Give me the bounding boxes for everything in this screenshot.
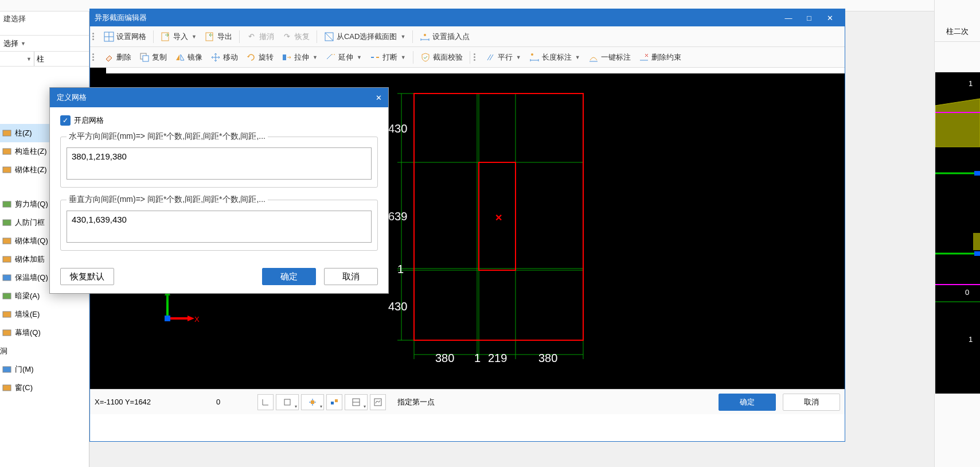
snap-dyn-button[interactable] (345, 394, 368, 410)
tree-item-label: 幕墙(Q) (15, 328, 41, 338)
dialog-cancel-button[interactable]: 取消 (324, 268, 378, 285)
tree-item[interactable]: 幕墙(Q) (0, 324, 89, 342)
svg-line-19 (325, 33, 333, 41)
tree-item-label: 保温墙(Q) (15, 273, 48, 283)
snap-tools (257, 394, 386, 410)
svg-rect-72 (331, 402, 334, 404)
component-icon (2, 365, 11, 374)
editor-toolbar-2: 删除 复制 镜像 移动 旋转 拉伸▼ 延伸▼ 打断▼ 截面校验 平行▼ 长度标注… (90, 47, 845, 68)
svg-rect-4 (3, 220, 11, 225)
chevron-down-icon: ▼ (313, 55, 318, 60)
chevron-down-icon: ▼ (400, 34, 405, 40)
horizontal-spacing-legend: 水平方向间距(mm)=> 间距*个数,间距,间距*个数,间距,... (67, 131, 268, 142)
cancel-button[interactable]: 取消 (783, 394, 840, 411)
mirror-icon (175, 52, 185, 63)
filter-left-dropdown[interactable]: ▼ (0, 52, 34, 66)
maximize-button[interactable]: □ (799, 9, 819, 26)
undo-icon: ↶ (247, 32, 257, 42)
export-button[interactable]: 导出 (201, 29, 236, 44)
svg-rect-26 (283, 55, 286, 60)
chevron-down-icon: ▼ (26, 56, 32, 62)
tree-item[interactable]: 窗(C) (0, 379, 89, 397)
dim-label: 1 (474, 352, 481, 365)
tree-item-label: 柱(Z) (15, 128, 32, 138)
right-tab[interactable]: 柱二次 (935, 0, 980, 42)
tree-item-label: 砌体柱(Z) (15, 165, 47, 175)
svg-rect-8 (3, 293, 11, 299)
component-icon (2, 236, 11, 246)
svg-rect-25 (143, 56, 149, 61)
dim-label: 380 (435, 352, 454, 365)
parallel-icon (485, 52, 495, 63)
parallel-button[interactable]: 平行▼ (482, 50, 525, 65)
filter-value[interactable]: 柱 (34, 54, 89, 64)
set-grid-button[interactable]: 设置网格 (100, 29, 150, 44)
redo-button[interactable]: ↷恢复 (279, 29, 313, 44)
horizontal-spacing-input[interactable]: 380,1,219,380 (67, 147, 372, 180)
del-constraint-button[interactable]: 删除约束 (635, 50, 685, 65)
dim-length-button[interactable]: 长度标注▼ (526, 50, 584, 65)
stretch-button[interactable]: 拉伸▼ (278, 50, 321, 65)
restore-default-button[interactable]: 恢复默认 (60, 268, 114, 285)
ok-button[interactable]: 确定 (719, 394, 776, 411)
dim-label: 219 (488, 352, 507, 365)
component-icon (2, 255, 11, 264)
vertical-spacing-group: 垂直方向间距(mm)=> 间距*个数,间距,间距*个数,间距,... 430,1… (60, 194, 378, 251)
undo-button[interactable]: ↶撤消 (243, 29, 278, 44)
copy-button[interactable]: 复制 (136, 50, 170, 65)
stretch-icon (282, 52, 292, 63)
svg-rect-5 (3, 238, 11, 244)
rotate-button[interactable]: 旋转 (243, 50, 277, 65)
component-icon (2, 310, 11, 319)
import-button[interactable]: 导入▼ (157, 29, 200, 44)
center-marker-icon: ✕ (495, 212, 502, 223)
component-icon (2, 291, 11, 301)
tree-item-label: 剪力墙(Q) (15, 199, 48, 209)
select-label: 选择 (3, 38, 18, 49)
close-button[interactable]: ✕ (819, 9, 840, 26)
delete-button[interactable]: 删除 (100, 50, 135, 65)
component-icon (2, 200, 11, 209)
set-insert-button[interactable]: 设置插入点 (416, 29, 473, 44)
svg-rect-67 (165, 316, 170, 321)
export-icon (205, 32, 215, 42)
dim-all-button[interactable]: 一键标注 (585, 50, 634, 65)
snap-rect-button[interactable] (276, 394, 299, 410)
tree-item[interactable]: 洞 (0, 342, 89, 360)
svg-rect-1 (3, 149, 11, 154)
maximize-icon: □ (807, 14, 811, 22)
vertical-spacing-input[interactable]: 430,1,639,430 (67, 211, 372, 243)
extend-button[interactable]: 延伸▼ (322, 50, 365, 65)
snap-ortho-button[interactable] (257, 394, 274, 410)
dialog-close-button[interactable]: ✕ (369, 88, 388, 107)
snap-cross-button[interactable] (301, 394, 324, 410)
select-dropdown[interactable]: 选择 ▼ (3, 38, 85, 49)
dialog-ok-button[interactable]: 确定 (262, 268, 316, 285)
component-icon (2, 218, 11, 227)
from-cad-button[interactable]: 从CAD选择截面图▼ (321, 29, 409, 44)
svg-rect-68 (284, 399, 290, 405)
svg-rect-10 (3, 330, 11, 336)
enable-grid-label: 开启网格 (74, 115, 104, 126)
component-icon (2, 165, 11, 174)
svg-rect-12 (3, 385, 11, 391)
move-icon (210, 52, 221, 63)
move-button[interactable]: 移动 (207, 50, 241, 65)
chevron-down-icon: ▼ (21, 41, 26, 46)
redo-icon: ↷ (282, 32, 292, 42)
command-hint: 指定第一点 (393, 397, 712, 407)
import-icon (161, 32, 171, 42)
snap-angle-button[interactable] (326, 394, 342, 410)
svg-rect-84 (974, 251, 980, 256)
right-panel: 柱二次 1 0 1 (934, 0, 980, 467)
snap-point-button[interactable] (370, 394, 386, 410)
enable-grid-checkbox[interactable]: ✓ 开启网格 (60, 115, 378, 126)
break-button[interactable]: 打断▼ (366, 50, 409, 65)
tree-item-label: 洞 (0, 346, 7, 356)
mirror-button[interactable]: 镜像 (171, 50, 206, 65)
tree-item[interactable]: 墙垛(E) (0, 305, 89, 324)
tree-item[interactable]: 门(M) (0, 360, 89, 379)
tree-item-label: 构造柱(Z) (15, 146, 47, 157)
minimize-button[interactable]: — (778, 9, 799, 26)
validate-button[interactable]: 截面校验 (417, 50, 466, 65)
